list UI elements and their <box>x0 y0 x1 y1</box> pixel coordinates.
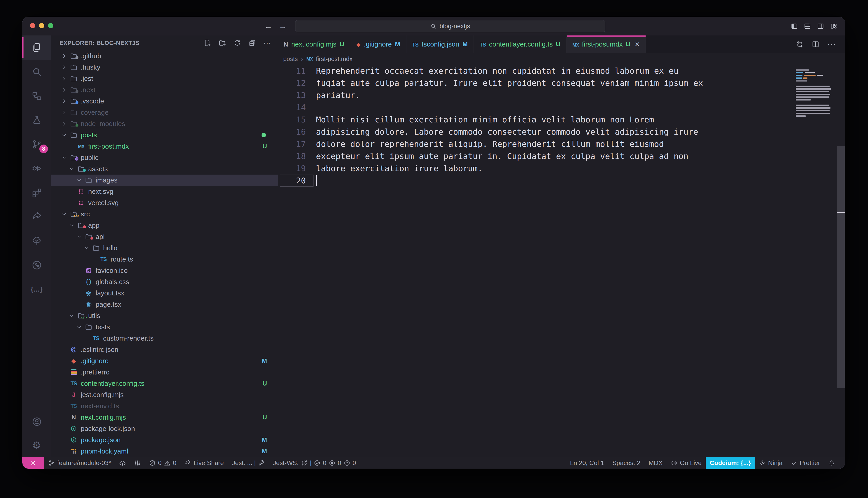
command-center-search[interactable]: blog-nextjs <box>295 20 605 32</box>
tree-item-.github[interactable]: .github <box>51 50 278 62</box>
scrollbar-thumb[interactable] <box>837 146 845 388</box>
status-branch[interactable]: feature/module-03* <box>44 457 115 469</box>
tree-item-assets[interactable]: assets <box>51 163 278 174</box>
tree-item-next.svg[interactable]: next.svg <box>51 186 278 197</box>
status-live-share[interactable]: Live Share <box>180 457 228 469</box>
tree-item-jest.config.mjs[interactable]: Jjest.config.mjs <box>51 389 278 401</box>
activity-symbols-button[interactable]: {...} <box>22 277 51 301</box>
tree-item-contentlayer.config.ts[interactable]: TScontentlayer.config.tsU <box>51 378 278 389</box>
customize-layout-button[interactable] <box>830 23 837 30</box>
refresh-explorer-button[interactable] <box>233 39 241 47</box>
tree-item-public[interactable]: public <box>51 152 278 163</box>
more-actions-button[interactable]: ⋯ <box>263 39 271 47</box>
tree-item-tests[interactable]: tests <box>51 322 278 333</box>
activity-live-share-button[interactable] <box>22 205 51 229</box>
sliders-icon <box>134 460 141 467</box>
activity-accounts-button[interactable] <box>22 410 51 433</box>
tree-item-node-modules[interactable]: node_modules <box>51 118 278 129</box>
more-editor-actions-button[interactable]: ⋯ <box>827 39 836 49</box>
open-changes-button[interactable] <box>796 40 804 48</box>
tree-item-.prettierrc[interactable]: .prettierrc <box>51 367 278 378</box>
activity-testing-button[interactable] <box>22 108 51 132</box>
tree-item-.vscode[interactable]: .vscode <box>51 95 278 107</box>
tree-item-next-env.d.ts[interactable]: TSnext-env.d.ts <box>51 401 278 412</box>
status-notifications[interactable] <box>824 457 839 469</box>
activity-todo-tree-button[interactable] <box>22 229 51 253</box>
toggle-secondary-sidebar-button[interactable] <box>817 23 824 30</box>
tree-item-package.json[interactable]: package.jsonM <box>51 434 278 446</box>
activity-run-debug-button[interactable] <box>22 156 51 181</box>
tree-item-posts[interactable]: posts <box>51 129 278 141</box>
tree-item-.gitignore[interactable]: ◆.gitignoreM <box>51 355 278 367</box>
toggle-panel-button[interactable] <box>804 23 811 30</box>
xc-icon <box>329 460 335 467</box>
activity-source-control-button[interactable]: 8 <box>22 132 51 156</box>
tree-item-globals.css[interactable]: {}globals.css <box>51 276 278 288</box>
toggle-primary-sidebar-button[interactable] <box>791 23 798 30</box>
tree-item-pnpm-lock.yaml[interactable]: pnpm-lock.yamlM <box>51 446 278 457</box>
tree-item-first-post.mdx[interactable]: MXfirst-post.mdxU <box>51 141 278 152</box>
tab-next.config.mjs[interactable]: N next.config.mjs U <box>278 36 350 53</box>
status-cursor-position[interactable]: Ln 20, Col 1 <box>566 457 608 469</box>
status-prettier[interactable]: Prettier <box>787 457 824 469</box>
tree-item-.eslintrc.json[interactable]: .eslintrc.json <box>51 344 278 355</box>
breadcrumb-item[interactable]: posts <box>283 55 298 63</box>
tab-contentlayer.config.ts[interactable]: TS contentlayer.config.ts U <box>474 36 566 53</box>
new-file-button[interactable] <box>204 39 211 47</box>
code-area[interactable]: 11Reprehenderit occaecat exercitation no… <box>278 65 845 457</box>
close-window-button[interactable] <box>30 23 35 28</box>
navigate-forward-button[interactable]: → <box>279 22 287 31</box>
tree-item-next.config.mjs[interactable]: Nnext.config.mjsU <box>51 412 278 423</box>
tree-item-app[interactable]: app <box>51 220 278 231</box>
tree-item-src[interactable]: </>src <box>51 208 278 220</box>
activity-commit-graph-button[interactable] <box>22 253 51 277</box>
remote-indicator[interactable] <box>22 457 44 469</box>
tree-item-.jest[interactable]: .jest <box>51 73 278 84</box>
activity-hierarchy-button[interactable] <box>22 84 51 108</box>
activity-explorer-button[interactable] <box>22 36 51 60</box>
navigate-back-button[interactable]: ← <box>264 22 272 31</box>
react-file-icon <box>85 301 92 308</box>
tree-item-api[interactable]: api <box>51 231 278 243</box>
status-ninja[interactable]: Ninja <box>755 457 787 469</box>
tree-item-layout.tsx[interactable]: layout.tsx <box>51 288 278 299</box>
status-jest-ws[interactable]: Jest-WS:|000 <box>269 457 360 469</box>
activity-extensions-button[interactable] <box>22 181 51 205</box>
tree-item-page.tsx[interactable]: page.tsx <box>51 299 278 310</box>
minimize-window-button[interactable] <box>39 23 44 28</box>
tab-first-post.mdx[interactable]: MX first-post.mdx U × <box>567 36 646 53</box>
tree-item-.husky[interactable]: .husky <box>51 62 278 73</box>
node-file-icon <box>70 425 77 432</box>
tree-item-hello[interactable]: hello <box>51 243 278 254</box>
tree-item-images[interactable]: images <box>51 174 278 186</box>
ts-file-icon: TS <box>93 336 99 341</box>
status-publish[interactable] <box>115 457 130 469</box>
breadcrumb-item[interactable]: first-post.mdx <box>316 55 353 63</box>
tree-item-vercel.svg[interactable]: vercel.svg <box>51 197 278 208</box>
status-jest[interactable]: Jest: ... | <box>228 457 269 469</box>
status-codeium[interactable]: Codeium: {...} <box>706 457 755 469</box>
activity-settings-button[interactable]: ⚙ <box>22 433 51 457</box>
collapse-folders-button[interactable] <box>248 39 256 47</box>
tree-item-package-lock.json[interactable]: package-lock.json <box>51 423 278 434</box>
status-problems[interactable]: 00 <box>145 457 180 469</box>
close-tab-icon[interactable]: × <box>635 40 640 48</box>
status-indentation[interactable]: Spaces: 2 <box>608 457 645 469</box>
minimap[interactable] <box>792 65 837 457</box>
tab-.gitignore[interactable]: ◆ .gitignore M <box>350 36 406 53</box>
status-sliders[interactable] <box>130 457 145 469</box>
status-language-mode[interactable]: MDX <box>644 457 667 469</box>
tree-item-utils[interactable]: </>utils <box>51 310 278 322</box>
split-editor-button[interactable] <box>812 40 820 48</box>
tree-item-route.ts[interactable]: TSroute.ts <box>51 254 278 265</box>
tab-tsconfig.json[interactable]: TS tsconfig.json M <box>406 36 474 53</box>
status-go-live[interactable]: Go Live <box>667 457 706 469</box>
tree-item-.next[interactable]: .next <box>51 84 278 95</box>
tree-item-custom-render.ts[interactable]: TScustom-render.ts <box>51 333 278 344</box>
tree-item-favicon.ico[interactable]: favicon.ico <box>51 265 278 276</box>
tree-item-coverage[interactable]: coverage <box>51 107 278 118</box>
new-folder-button[interactable] <box>219 39 226 47</box>
activity-search-button[interactable] <box>22 60 51 84</box>
editor-scrollbar[interactable] <box>837 65 845 457</box>
zoom-window-button[interactable] <box>48 23 53 28</box>
